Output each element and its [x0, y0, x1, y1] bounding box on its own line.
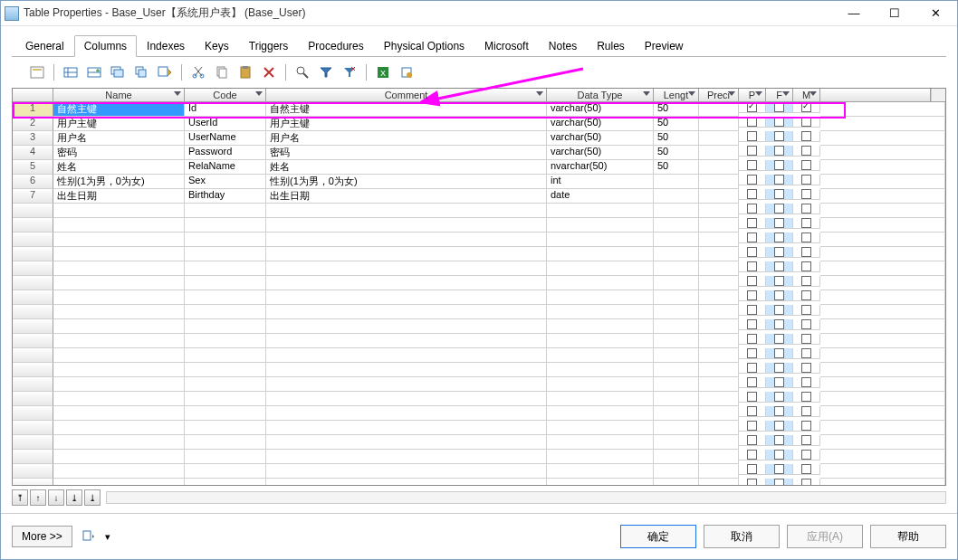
- excel-icon[interactable]: X: [374, 63, 392, 81]
- checkbox-cell[interactable]: [766, 464, 793, 475]
- precision-cell[interactable]: [699, 131, 739, 146]
- table-row-empty[interactable]: [13, 305, 945, 319]
- checkbox-cell[interactable]: [793, 421, 820, 432]
- checkbox-cell[interactable]: [739, 175, 766, 185]
- code-cell[interactable]: Birthday: [185, 189, 266, 204]
- row-header[interactable]: [13, 435, 53, 450]
- table-row-empty[interactable]: [13, 319, 945, 334]
- checkbox-cell[interactable]: [766, 305, 793, 316]
- row-header[interactable]: 2: [13, 117, 53, 131]
- ok-button[interactable]: 确定: [620, 525, 696, 548]
- duplicate-icon[interactable]: [132, 63, 150, 81]
- datatype-cell[interactable]: varchar(50): [547, 117, 654, 131]
- more-button[interactable]: More >>: [12, 526, 72, 547]
- length-cell[interactable]: 50: [654, 102, 699, 117]
- checkbox-cell[interactable]: [766, 247, 793, 258]
- checkbox-cell[interactable]: [793, 117, 820, 128]
- checkbox-cell[interactable]: [766, 363, 793, 374]
- length-cell[interactable]: [654, 175, 699, 189]
- name-cell[interactable]: 姓名: [53, 160, 185, 175]
- length-cell[interactable]: 50: [654, 131, 699, 146]
- help-button[interactable]: 帮助: [870, 525, 946, 548]
- table-row-empty[interactable]: [13, 363, 945, 377]
- checkbox-cell[interactable]: [766, 218, 793, 229]
- code-cell[interactable]: UserName: [185, 131, 266, 146]
- checkbox-cell[interactable]: [793, 479, 820, 485]
- checkbox-cell[interactable]: [766, 146, 793, 157]
- col-header-mandatory[interactable]: M: [793, 89, 820, 101]
- checkbox-cell[interactable]: [793, 319, 820, 330]
- checkbox-cell[interactable]: [793, 348, 820, 359]
- checkbox-cell[interactable]: [793, 175, 820, 185]
- checkbox-cell[interactable]: [739, 117, 766, 128]
- checkbox-cell[interactable]: [793, 464, 820, 475]
- col-header-precision[interactable]: Preci: [699, 89, 739, 101]
- col-header-length[interactable]: Lengt: [654, 89, 699, 101]
- row-header[interactable]: [13, 334, 53, 348]
- name-cell[interactable]: 出生日期: [53, 189, 185, 204]
- checkbox-cell[interactable]: [739, 305, 766, 316]
- filter-dropdown-icon[interactable]: [810, 91, 817, 96]
- checkbox-cell[interactable]: [766, 189, 793, 200]
- row-header[interactable]: [13, 464, 53, 479]
- row-header[interactable]: 7: [13, 189, 53, 204]
- col-header-code[interactable]: Code: [185, 89, 266, 101]
- row-header[interactable]: [13, 479, 53, 485]
- filter-dropdown-icon[interactable]: [755, 91, 762, 96]
- table-row[interactable]: 5姓名RelaName姓名nvarchar(50)50: [13, 160, 945, 175]
- comment-cell[interactable]: 姓名: [266, 160, 547, 175]
- checkbox-cell[interactable]: [739, 276, 766, 287]
- checkbox-cell[interactable]: [793, 204, 820, 214]
- precision-cell[interactable]: [699, 189, 739, 204]
- checkbox-cell[interactable]: [793, 435, 820, 446]
- datatype-cell[interactable]: date: [547, 189, 654, 204]
- checkbox-cell[interactable]: [793, 363, 820, 374]
- row-header[interactable]: 4: [13, 146, 53, 160]
- table-row-empty[interactable]: [13, 348, 945, 363]
- minimize-button[interactable]: —: [836, 3, 872, 24]
- row-header[interactable]: [13, 218, 53, 233]
- checkbox-cell[interactable]: [793, 233, 820, 243]
- checkbox-cell[interactable]: [739, 406, 766, 417]
- row-header[interactable]: [13, 406, 53, 421]
- table-row[interactable]: 4密码Password密码varchar(50)50: [13, 146, 945, 160]
- filter-dropdown-icon[interactable]: [255, 91, 263, 96]
- checkbox-cell[interactable]: [766, 450, 793, 460]
- comment-cell[interactable]: 用户主键: [266, 117, 547, 131]
- col-header-foreign[interactable]: F: [766, 89, 793, 101]
- row-header[interactable]: [13, 305, 53, 319]
- move-top-button[interactable]: ⤒: [12, 489, 28, 506]
- length-cell[interactable]: 50: [654, 146, 699, 160]
- checkbox-cell[interactable]: [793, 290, 820, 301]
- table-row-empty[interactable]: [13, 392, 945, 406]
- checkbox-cell[interactable]: [739, 290, 766, 301]
- properties-icon[interactable]: [28, 63, 46, 81]
- filter-dropdown-icon[interactable]: [174, 91, 181, 96]
- filter-icon[interactable]: [317, 63, 335, 81]
- filter-dropdown-icon[interactable]: [728, 91, 735, 96]
- table-row[interactable]: 1自然主键Id自然主键varchar(50)50: [13, 102, 945, 117]
- col-header-primary[interactable]: P: [739, 89, 766, 101]
- comment-cell[interactable]: 出生日期: [266, 189, 547, 204]
- checkbox-cell[interactable]: [739, 479, 766, 485]
- tab-procedures[interactable]: Procedures: [298, 35, 373, 57]
- filter-dropdown-icon[interactable]: [688, 91, 695, 96]
- checkbox-cell[interactable]: [766, 175, 793, 185]
- table-row-empty[interactable]: [13, 421, 945, 435]
- delete-icon[interactable]: [260, 63, 278, 81]
- checkbox-cell[interactable]: [793, 261, 820, 272]
- tab-preview[interactable]: Preview: [635, 35, 694, 57]
- filter-dropdown-icon[interactable]: [536, 91, 543, 96]
- maximize-button[interactable]: ☐: [877, 3, 913, 24]
- checkbox-cell[interactable]: [793, 189, 820, 200]
- row-header[interactable]: [13, 233, 53, 247]
- table-row-empty[interactable]: [13, 261, 945, 276]
- code-cell[interactable]: Password: [185, 146, 266, 160]
- checkbox-cell[interactable]: [739, 261, 766, 272]
- name-cell[interactable]: 用户主键: [53, 117, 185, 131]
- checkbox-cell[interactable]: [766, 421, 793, 432]
- move-bottom-button[interactable]: ⤓: [66, 489, 82, 506]
- checkbox-cell[interactable]: [766, 102, 793, 113]
- comment-cell[interactable]: 自然主键: [266, 102, 547, 117]
- checkbox-cell[interactable]: [793, 334, 820, 345]
